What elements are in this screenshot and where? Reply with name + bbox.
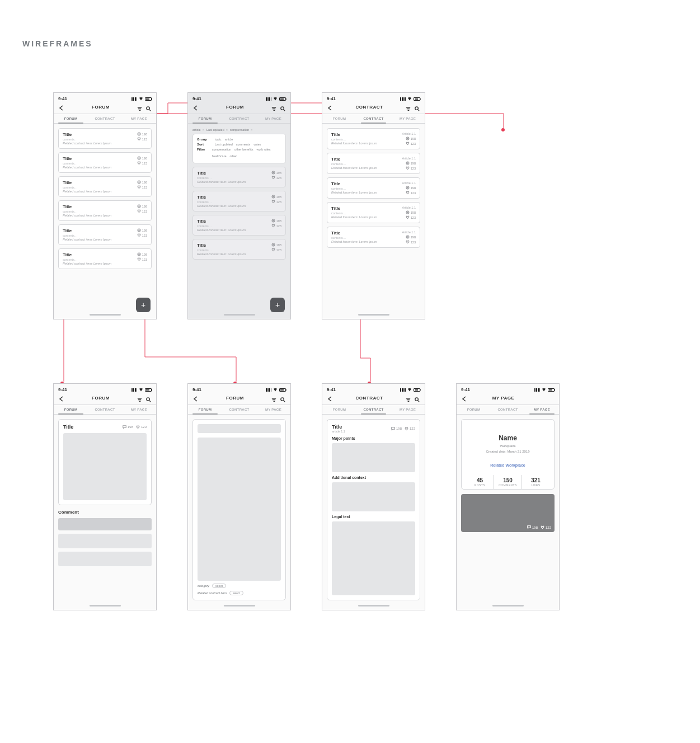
back-icon[interactable] [461,394,468,401]
tab-contract[interactable]: CONTRACT [222,405,256,414]
tab-forum[interactable]: FORUM [322,405,356,414]
filter-option[interactable]: topic [215,138,222,141]
filter-icon[interactable] [137,395,143,401]
list-card[interactable]: Title contents… Related contract item: L… [58,152,152,173]
filter-icon[interactable] [405,104,411,110]
filter-icon[interactable] [137,104,143,110]
heart-icon [137,137,141,141]
list-card[interactable]: Title contents… Related contract item: L… [192,215,286,236]
tab-forum[interactable]: FORUM [54,114,88,123]
filter-icon[interactable] [405,395,411,401]
tab-mypage[interactable]: MY PAGE [391,114,425,123]
back-icon[interactable] [192,394,199,401]
chip-remove-icon[interactable]: × [251,128,252,131]
heart-icon [406,215,410,219]
filter-option[interactable]: work rules [256,148,270,151]
tab-forum[interactable]: FORUM [188,114,222,123]
card-title: Title [331,181,400,186]
search-icon[interactable] [414,395,420,401]
filter-option[interactable]: other benefits [234,148,253,151]
list-card[interactable]: Title contents… Related contract item: L… [58,200,152,221]
filter-option[interactable]: votes [253,143,261,146]
tab-mypage[interactable]: MY PAGE [256,114,290,123]
tab-contract[interactable]: CONTRACT [88,114,122,123]
tab-contract[interactable]: CONTRACT [222,114,256,123]
chip-remove-icon[interactable]: × [203,128,204,131]
tab-mypage[interactable]: MY PAGE [391,405,425,414]
list-card[interactable]: Title contents… Related contract item: L… [192,239,286,260]
list-card[interactable]: Title contents… Related forum item: Lore… [327,202,420,223]
filter-icon[interactable] [271,395,277,401]
add-button[interactable]: + [136,298,151,312]
tab-mypage[interactable]: MY PAGE [122,114,156,123]
filter-option[interactable]: healthcare [212,154,227,158]
search-icon[interactable] [414,104,420,110]
filter-option[interactable]: Last updated [215,143,233,146]
card-title: Title [63,180,135,185]
back-icon[interactable] [327,394,333,401]
list-card[interactable]: Title contents… Related contract item: L… [58,128,152,149]
recent-post-block[interactable]: 198 123 [461,494,555,532]
card-title: Title [197,243,269,248]
card-article: Article 1.1 [402,231,416,234]
filter-option[interactable]: compensation [212,148,231,151]
view-icon [137,252,141,256]
back-icon[interactable] [192,104,199,110]
search-icon[interactable] [145,395,152,401]
filter-icon[interactable] [271,104,277,110]
card-related: Related contract item: Lorem Ipsum [63,166,135,169]
chip-remove-icon[interactable]: × [226,128,228,131]
battery-icon [548,388,555,392]
legal-label: Legal text [332,515,415,519]
tab-mypage[interactable]: MY PAGE [525,405,559,414]
comment-input[interactable] [58,518,152,530]
filter-chip[interactable]: Last updated × [206,128,228,131]
filter-option[interactable]: other [230,154,237,158]
back-icon[interactable] [58,104,65,110]
back-icon[interactable] [58,394,65,401]
category-select[interactable]: select [212,584,226,588]
list-card[interactable]: Title contents… Related forum item: Lore… [327,177,420,199]
list-card[interactable]: Title contents… Related contract item: L… [192,191,286,211]
home-indicator [358,605,389,606]
signal-icon [400,97,406,101]
post-card[interactable]: Title 198 123 [58,419,152,505]
tab-contract[interactable]: CONTRACT [88,405,122,414]
filter-option[interactable]: comments [236,143,250,146]
search-icon[interactable] [280,395,286,401]
tab-contract[interactable]: CONTRACT [491,405,525,414]
list-card[interactable]: Title contents… Related forum item: Lore… [327,227,420,248]
svg-point-26 [407,163,408,164]
heart-icon [271,176,275,180]
card-article: Article 1.1 [402,157,416,160]
heart-icon [271,224,275,228]
filter-chip[interactable]: compensation × [230,128,252,131]
body-input[interactable] [198,438,281,581]
related-workplace-link[interactable]: Related Workplace [466,463,549,467]
list-card[interactable]: Title contents… Related contract item: L… [58,176,152,197]
list-card[interactable]: Title contents… Related contract item: L… [58,248,152,269]
filter-chip[interactable]: article × [192,128,204,131]
tab-forum[interactable]: FORUM [54,405,88,414]
list-card[interactable]: Title contents… Related contract item: L… [192,167,286,187]
add-button[interactable]: + [270,298,285,312]
tab-forum[interactable]: FORUM [322,114,356,123]
filter-option[interactable]: article [225,138,233,141]
tab-forum[interactable]: FORUM [188,405,222,414]
title-input[interactable] [198,424,281,433]
header-title: FORUM [65,396,137,401]
related-select[interactable]: select [229,591,243,595]
list-card[interactable]: Title contents… Related forum item: Lore… [327,153,420,174]
tab-mypage[interactable]: MY PAGE [256,405,290,414]
search-icon[interactable] [280,104,286,110]
back-icon[interactable] [327,104,333,110]
tab-mypage[interactable]: MY PAGE [122,405,156,414]
screen-contract-detail: 9:41 CONTRACT FORUM CONTRACT MY PAGE Tit… [322,383,425,610]
tab-contract[interactable]: CONTRACT [356,405,391,414]
list-card[interactable]: Title contents… Related forum item: Lore… [327,128,420,149]
heart-icon [406,191,410,195]
tab-contract[interactable]: CONTRACT [356,114,391,123]
tab-forum[interactable]: FORUM [457,405,491,414]
search-icon[interactable] [145,104,152,110]
list-card[interactable]: Title contents… Related contract item: L… [58,224,152,245]
